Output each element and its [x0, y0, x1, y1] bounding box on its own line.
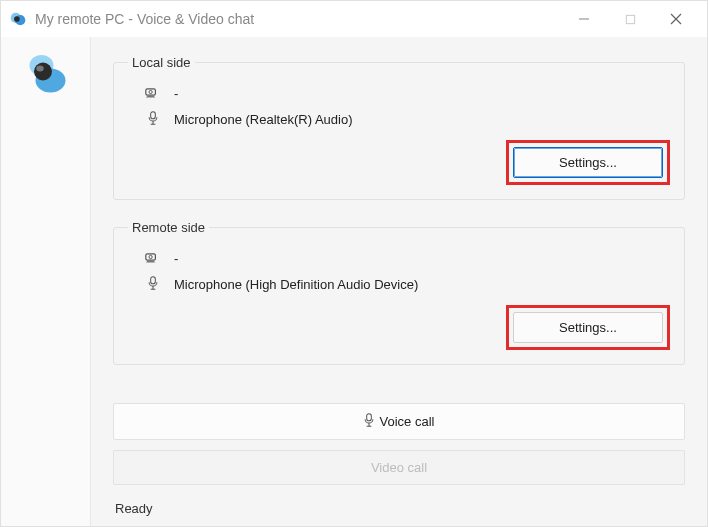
local-side-group: Local side -: [113, 55, 685, 200]
titlebar: My remote PC - Voice & Video chat: [1, 1, 707, 37]
local-camera-row: -: [128, 82, 670, 107]
content: Local side -: [91, 37, 707, 526]
webcam-icon: [144, 251, 162, 266]
local-side-legend: Local side: [128, 55, 195, 70]
voice-chat-icon: [22, 49, 70, 100]
local-mic-label: Microphone (Realtek(R) Audio): [174, 112, 352, 127]
svg-rect-11: [146, 89, 156, 95]
sidebar: [1, 37, 91, 526]
microphone-icon: [144, 111, 162, 128]
webcam-icon: [144, 86, 162, 101]
voice-call-button[interactable]: Voice call: [113, 403, 685, 440]
highlight-box: Settings...: [506, 140, 670, 185]
local-settings-button[interactable]: Settings...: [513, 147, 663, 178]
svg-point-10: [36, 66, 44, 72]
maximize-button[interactable]: [607, 3, 653, 35]
remote-side-legend: Remote side: [128, 220, 209, 235]
highlight-box: Settings...: [506, 305, 670, 350]
remote-mic-label: Microphone (High Definition Audio Device…: [174, 277, 418, 292]
remote-camera-row: -: [128, 247, 670, 272]
remote-camera-label: -: [174, 251, 178, 266]
minimize-button[interactable]: [561, 3, 607, 35]
window-controls: [561, 3, 699, 35]
app-icon: [9, 10, 27, 28]
remote-settings-row: Settings...: [128, 305, 670, 350]
svg-rect-4: [626, 15, 634, 23]
svg-rect-18: [151, 277, 156, 284]
voice-call-label: Voice call: [380, 414, 435, 429]
remote-settings-button[interactable]: Settings...: [513, 312, 663, 343]
svg-rect-16: [146, 254, 156, 260]
microphone-icon: [364, 413, 374, 430]
call-buttons: Voice call Video call Ready: [113, 403, 685, 516]
app-body: Local side -: [1, 37, 707, 526]
close-button[interactable]: [653, 3, 699, 35]
microphone-icon: [144, 276, 162, 293]
svg-point-2: [14, 16, 20, 22]
svg-point-17: [149, 255, 152, 258]
local-mic-row: Microphone (Realtek(R) Audio): [128, 107, 670, 134]
svg-point-9: [34, 63, 52, 81]
remote-side-group: Remote side -: [113, 220, 685, 365]
window-title: My remote PC - Voice & Video chat: [35, 11, 561, 27]
svg-rect-13: [151, 112, 156, 119]
svg-rect-21: [366, 414, 371, 421]
video-call-label: Video call: [371, 460, 427, 475]
remote-mic-row: Microphone (High Definition Audio Device…: [128, 272, 670, 299]
video-call-button[interactable]: Video call: [113, 450, 685, 485]
local-camera-label: -: [174, 86, 178, 101]
local-settings-row: Settings...: [128, 140, 670, 185]
svg-point-12: [149, 90, 152, 93]
status-bar: Ready: [113, 495, 685, 516]
status-text: Ready: [115, 501, 153, 516]
